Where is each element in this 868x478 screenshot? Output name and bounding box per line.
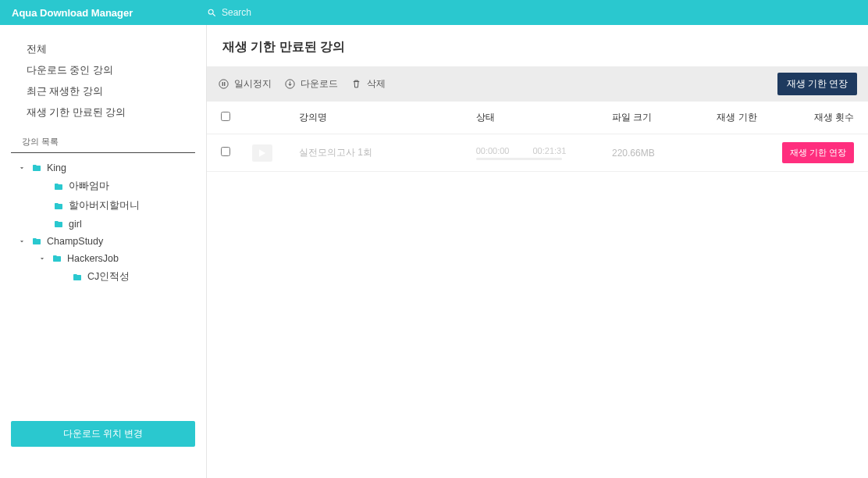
tree-item-king-child[interactable]: 할아버지할머니 xyxy=(11,196,195,216)
row-status: 00:00:00 00:21:31 xyxy=(476,146,612,160)
time-total: 00:21:31 xyxy=(532,146,566,155)
pause-button[interactable]: 일시정지 xyxy=(218,77,272,91)
tree-label: 아빠엄마 xyxy=(69,180,109,193)
svg-rect-1 xyxy=(222,82,223,86)
folder-icon xyxy=(53,202,64,211)
main-panel: 재생 기한 만료된 강의 일시정지 다운로드 삭제 재생 기한 연장 강의명 상… xyxy=(207,25,868,478)
row-size: 220.66MB xyxy=(612,148,698,159)
play-button[interactable] xyxy=(252,144,272,162)
folder-icon xyxy=(72,273,83,282)
nav-item-recent[interactable]: 최근 재생한 강의 xyxy=(27,81,195,102)
nav-item-expired[interactable]: 재생 기한 만료된 강의 xyxy=(27,102,195,123)
chevron-down-icon xyxy=(17,237,27,246)
delete-button[interactable]: 삭제 xyxy=(350,77,386,91)
col-status-header: 상태 xyxy=(476,111,612,124)
tree-item-king-child[interactable]: girl xyxy=(11,216,195,233)
tree-item-king-child[interactable]: 아빠엄마 xyxy=(11,177,195,196)
chevron-down-icon xyxy=(37,254,47,263)
col-size-header: 파일 크기 xyxy=(612,111,698,124)
search-input[interactable] xyxy=(222,7,456,18)
svg-rect-2 xyxy=(224,82,225,86)
extend-deadline-button[interactable]: 재생 기한 연장 xyxy=(777,73,857,95)
page-title: 재생 기한 만료된 강의 xyxy=(207,25,868,66)
delete-label: 삭제 xyxy=(367,77,386,91)
pause-label: 일시정지 xyxy=(234,77,272,91)
tree-label: ChampStudy xyxy=(47,236,103,247)
folder-tree: King 아빠엄마 할아버지할머니 girl ChampStudy xyxy=(0,159,206,412)
sidebar-footer: 다운로드 위치 변경 xyxy=(0,412,206,478)
folder-icon xyxy=(53,182,64,191)
col-count-header: 재생 횟수 xyxy=(776,111,854,124)
tree-label: girl xyxy=(69,219,82,230)
change-download-location-button[interactable]: 다운로드 위치 변경 xyxy=(11,421,195,447)
folder-icon xyxy=(53,219,64,229)
time-current: 00:00:00 xyxy=(476,146,510,155)
play-icon xyxy=(259,149,265,157)
nav-list: 전체 다운로드 중인 강의 최근 재생한 강의 재생 기한 만료된 강의 xyxy=(0,39,206,131)
folder-icon xyxy=(31,163,42,173)
trash-icon xyxy=(350,78,362,90)
col-deadline-header: 재생 기한 xyxy=(698,111,776,124)
folder-icon xyxy=(52,254,62,263)
svg-point-0 xyxy=(219,80,228,88)
sidebar: 전체 다운로드 중인 강의 최근 재생한 강의 재생 기한 만료된 강의 강의 … xyxy=(0,25,207,478)
search-wrap xyxy=(207,7,456,18)
tree-item-champstudy[interactable]: ChampStudy xyxy=(11,233,195,250)
tree-label: HackersJob xyxy=(67,253,119,264)
table-header: 강의명 상태 파일 크기 재생 기한 재생 횟수 xyxy=(207,102,868,134)
search-icon xyxy=(207,8,217,18)
tree-item-king[interactable]: King xyxy=(11,159,195,177)
progress-bar xyxy=(476,158,562,160)
chevron-down-icon xyxy=(17,163,27,173)
pause-icon xyxy=(218,78,229,90)
tree-section-title: 강의 목록 xyxy=(11,131,195,153)
folder-icon xyxy=(31,237,42,246)
toolbar: 일시정지 다운로드 삭제 재생 기한 연장 xyxy=(207,66,868,102)
tree-label: CJ인적성 xyxy=(87,270,130,284)
row-checkbox[interactable] xyxy=(221,147,230,156)
nav-item-downloading[interactable]: 다운로드 중인 강의 xyxy=(27,60,195,81)
app-title: Aqua Download Manager xyxy=(12,7,207,19)
download-button[interactable]: 다운로드 xyxy=(284,77,338,91)
nav-item-all[interactable]: 전체 xyxy=(27,39,195,60)
download-label: 다운로드 xyxy=(301,77,338,91)
select-all-checkbox[interactable] xyxy=(221,112,230,121)
row-extend-button[interactable]: 재생 기한 연장 xyxy=(782,142,854,163)
tree-item-cj[interactable]: CJ인적성 xyxy=(11,267,195,287)
download-icon xyxy=(284,78,296,90)
row-name: 실전모의고사 1회 xyxy=(299,146,476,159)
tree-label: King xyxy=(47,162,66,173)
tree-item-hackersjob[interactable]: HackersJob xyxy=(11,250,195,267)
row-action: 재생 기한 연장 xyxy=(776,142,854,163)
table-row: 실전모의고사 1회 00:00:00 00:21:31 220.66MB 재생 … xyxy=(207,134,868,172)
tree-label: 할아버지할머니 xyxy=(69,199,140,212)
col-name-header: 강의명 xyxy=(299,111,476,124)
app-header: Aqua Download Manager xyxy=(0,0,868,25)
